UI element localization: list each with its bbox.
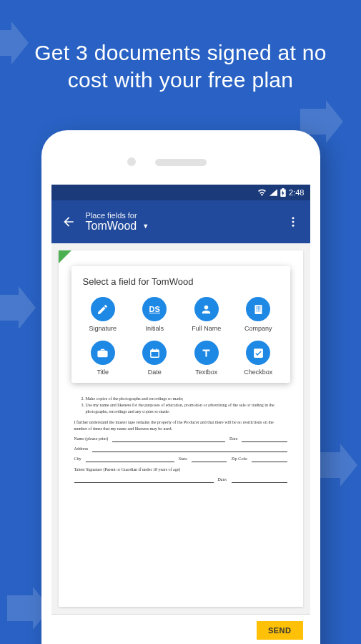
corner-marker — [59, 250, 71, 263]
field-label: Initials — [145, 325, 164, 332]
phone-frame: 2:48 Place fields for TomWood ▼ Sele — [41, 130, 320, 644]
field-textbox[interactable]: Textbox — [182, 341, 232, 376]
field-label: Title — [97, 369, 109, 376]
building-icon — [246, 297, 270, 321]
arrow-left-icon — [61, 215, 76, 229]
phone-camera — [127, 157, 136, 166]
field-grid: Signature DS Initials Full Name C — [79, 297, 283, 376]
back-button[interactable] — [59, 215, 79, 229]
phone-screen: 2:48 Place fields for TomWood ▼ Sele — [51, 185, 310, 644]
field-popover: Select a field for TomWood Signature DS … — [71, 266, 290, 383]
battery-icon — [280, 188, 286, 197]
bottom-action-bar: SEND — [51, 614, 310, 644]
more-button[interactable] — [283, 215, 303, 228]
app-title: TomWood — [86, 220, 137, 233]
document-canvas[interactable]: Select a field for TomWood Signature DS … — [51, 243, 310, 614]
text-icon — [194, 341, 219, 365]
field-initials[interactable]: DS Initials — [130, 297, 179, 332]
app-subtitle: Place fields for — [86, 211, 283, 220]
field-date[interactable]: Date — [130, 341, 179, 376]
field-label: Textbox — [195, 369, 217, 376]
doc-paragraph: I further understand the master tape rem… — [74, 419, 287, 432]
initials-icon: DS — [142, 297, 167, 321]
svg-point-2 — [292, 225, 294, 227]
field-label: Full Name — [192, 325, 221, 332]
form-label-name: Name (please print) — [74, 436, 109, 442]
popover-title: Select a field for TomWood — [79, 276, 283, 287]
signal-icon — [269, 189, 277, 196]
briefcase-icon — [91, 341, 115, 365]
phone-speaker — [155, 159, 207, 166]
field-label: Company — [244, 325, 272, 332]
chevron-down-icon: ▼ — [142, 223, 149, 230]
wifi-icon — [257, 189, 267, 196]
form-label-address: Address — [74, 446, 89, 452]
form-label-signature: Talent Signature (Parent or Guardian if … — [74, 467, 181, 473]
field-fullname[interactable]: Full Name — [182, 297, 232, 332]
field-company[interactable]: Company — [234, 297, 283, 332]
phone-hardware-top — [51, 140, 310, 185]
checkbox-icon — [246, 341, 270, 365]
more-vertical-icon — [287, 215, 300, 228]
svg-point-0 — [292, 217, 294, 219]
app-bar: Place fields for TomWood ▼ — [51, 200, 310, 243]
field-checkbox[interactable]: Checkbox — [234, 341, 283, 376]
form-label-city: City — [74, 456, 81, 462]
field-label: Date — [148, 369, 162, 376]
doc-list-item: Make copies of the photographs and recor… — [86, 396, 287, 402]
send-button[interactable]: SEND — [257, 621, 303, 640]
form-label-state: State — [179, 456, 187, 462]
document-body: Make copies of the photographs and recor… — [67, 396, 295, 483]
calendar-icon — [142, 341, 167, 365]
form-label-zip: Zip Code — [231, 456, 247, 462]
document-page: Select a field for TomWood Signature DS … — [59, 250, 303, 607]
field-label: Checkbox — [244, 369, 272, 376]
form-label-date2: Date: — [218, 477, 227, 483]
status-time: 2:48 — [289, 188, 304, 197]
svg-point-1 — [292, 221, 294, 223]
app-title-block[interactable]: Place fields for TomWood ▼ — [86, 211, 283, 233]
field-label: Signature — [89, 325, 117, 332]
form-label-date: Date — [229, 436, 237, 442]
field-signature[interactable]: Signature — [79, 297, 128, 332]
field-title[interactable]: Title — [79, 341, 128, 376]
doc-list-item: Use my name and likeness for the purpose… — [86, 402, 287, 415]
status-bar: 2:48 — [51, 185, 310, 200]
signature-icon — [91, 297, 115, 321]
person-icon — [194, 297, 219, 321]
